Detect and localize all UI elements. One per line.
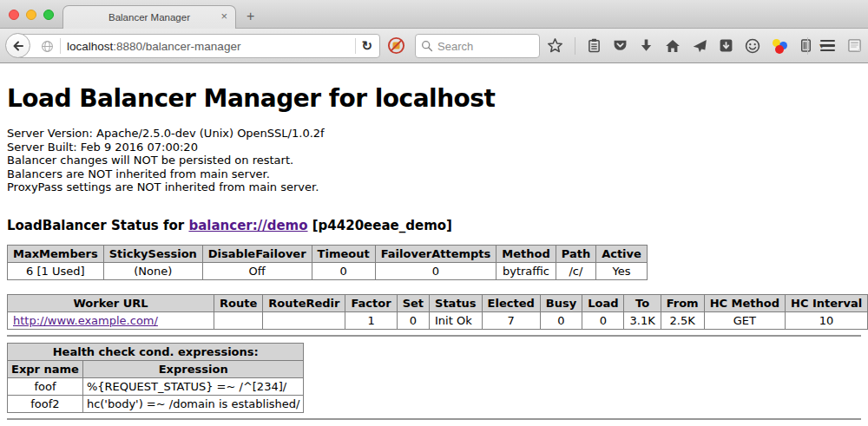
table-row: 6 [1 Used] (None) Off 0 0 bytraffic /c/ … bbox=[8, 262, 648, 279]
reload-separator bbox=[355, 38, 356, 54]
table-header-row: MaxMembers StickySession DisableFailover… bbox=[8, 245, 648, 262]
plugin-blocked-icon[interactable] bbox=[387, 36, 405, 58]
cell-path: /c/ bbox=[556, 262, 595, 279]
bookmarks-menu-icon[interactable] bbox=[587, 38, 602, 53]
cell-disablefailover: Off bbox=[202, 262, 312, 279]
cell-maxmembers: 6 [1 Used] bbox=[8, 262, 104, 279]
cell-timeout: 0 bbox=[312, 262, 375, 279]
worker-url-link[interactable]: http://www.example.com/ bbox=[13, 314, 158, 327]
toolbar-separator bbox=[807, 37, 808, 55]
health-table-title: Health check cond. expressions: bbox=[8, 343, 304, 360]
col-route: Route bbox=[214, 294, 263, 311]
section-divider bbox=[7, 335, 861, 337]
window-controls bbox=[9, 10, 54, 20]
tab-close-icon[interactable]: × bbox=[220, 10, 227, 23]
browser-tab[interactable]: Balancer Manager × bbox=[62, 5, 236, 29]
cell-hc-method: GET bbox=[704, 311, 785, 329]
table-row: foof2 hc('body') =~ /domain is establish… bbox=[8, 395, 304, 412]
tab-title: Balancer Manager bbox=[108, 12, 190, 23]
cell-hc-interval: 10 bbox=[786, 311, 868, 329]
col-stickysession: StickySession bbox=[103, 245, 202, 262]
server-built-line: Server Built: Feb 9 2016 07:00:20 bbox=[7, 141, 861, 154]
page-thumbnail-icon[interactable] bbox=[847, 38, 862, 53]
col-from: From bbox=[661, 294, 704, 311]
reload-icon[interactable]: ↻ bbox=[361, 38, 372, 54]
cell-to: 3.1K bbox=[624, 311, 661, 329]
pocket-icon[interactable] bbox=[613, 38, 628, 53]
col-expr-name: Expr name bbox=[8, 360, 83, 377]
col-hc-method: HC Method bbox=[704, 294, 785, 311]
col-load: Load bbox=[582, 294, 624, 311]
toolbar-right bbox=[807, 29, 862, 62]
cell-factor: 1 bbox=[345, 311, 397, 329]
persist-notice-line: Balancer changes will NOT be persisted o… bbox=[7, 154, 861, 167]
col-status: Status bbox=[430, 294, 483, 311]
col-maxmembers: MaxMembers bbox=[8, 245, 104, 262]
worker-table: Worker URL Route RouteRedir Factor Set S… bbox=[7, 294, 868, 330]
table-row: foof %{REQUEST_STATUS} =~ /^[234]/ bbox=[8, 377, 304, 395]
col-elected: Elected bbox=[482, 294, 540, 311]
heading-prefix: LoadBalancer Status for bbox=[7, 218, 188, 233]
smiley-feedback-icon[interactable] bbox=[745, 38, 760, 54]
cell-routeredir bbox=[263, 311, 345, 329]
navigation-toolbar: localhost:8880/balancer-manager ↻ bbox=[0, 29, 868, 63]
cell-status: Init Ok bbox=[430, 311, 483, 329]
cell-worker-url: http://www.example.com/ bbox=[8, 311, 214, 329]
cell-stickysession: (None) bbox=[103, 262, 202, 279]
col-factor: Factor bbox=[345, 294, 397, 311]
col-hc-interval: HC Interval bbox=[786, 294, 868, 311]
cell-active: Yes bbox=[596, 262, 648, 279]
proxypass-notice-line: ProxyPass settings are NOT inherited fro… bbox=[7, 180, 861, 194]
cell-from: 2.5K bbox=[661, 311, 704, 329]
inherit-notice-line: Balancers are NOT inherited from main se… bbox=[7, 167, 861, 181]
toolbar-separator bbox=[575, 37, 575, 55]
site-identity-globe-icon[interactable] bbox=[41, 40, 54, 53]
home-icon[interactable] bbox=[665, 38, 681, 54]
url-text[interactable]: localhost:8880/balancer-manager bbox=[67, 40, 355, 53]
col-failoverattempts: FailoverAttempts bbox=[375, 245, 496, 262]
url-bar[interactable]: localhost:8880/balancer-manager ↻ bbox=[17, 34, 380, 58]
balancer-demo-link[interactable]: balancer://demo bbox=[188, 218, 307, 233]
download-icon[interactable] bbox=[639, 38, 654, 53]
col-busy: Busy bbox=[540, 294, 582, 311]
save-panel-icon[interactable] bbox=[719, 38, 733, 53]
search-icon bbox=[421, 40, 433, 52]
bookmark-star-icon[interactable] bbox=[547, 37, 563, 54]
close-window-button[interactable] bbox=[9, 10, 19, 20]
col-worker-url: Worker URL bbox=[8, 294, 214, 311]
health-check-table: Health check cond. expressions: Expr nam… bbox=[7, 343, 304, 413]
col-active: Active bbox=[596, 245, 648, 262]
loadbalancer-heading: LoadBalancer Status for balancer://demo … bbox=[7, 218, 861, 233]
page-title: Load Balancer Manager for localhost bbox=[7, 84, 861, 113]
cell-expr-name: foof2 bbox=[8, 395, 83, 412]
search-bar[interactable] bbox=[415, 34, 540, 58]
back-arrow-icon bbox=[11, 39, 25, 53]
col-to: To bbox=[624, 294, 661, 311]
page-content: Load Balancer Manager for localhost Serv… bbox=[0, 84, 868, 420]
menu-hamburger-icon[interactable] bbox=[820, 40, 835, 52]
table-header-row: Expr name Expression bbox=[8, 360, 304, 377]
cell-expression: hc('body') =~ /domain is established/ bbox=[82, 395, 304, 412]
cell-failoverattempts: 0 bbox=[375, 262, 496, 279]
send-plane-icon[interactable] bbox=[692, 38, 707, 54]
window-titlebar: Balancer Manager × + bbox=[0, 0, 868, 29]
heading-suffix: [p4420eeae_demo] bbox=[308, 218, 452, 233]
new-tab-button[interactable]: + bbox=[247, 9, 254, 24]
url-domain: localhost bbox=[67, 40, 113, 53]
back-button[interactable] bbox=[5, 33, 30, 58]
url-separator bbox=[60, 38, 61, 54]
col-path: Path bbox=[556, 245, 595, 262]
zoom-window-button[interactable] bbox=[43, 10, 54, 20]
url-path: :8880/balancer-manager bbox=[113, 40, 240, 53]
toolbar-icons: ▾ bbox=[547, 29, 824, 62]
balancer-params-table: MaxMembers StickySession DisableFailover… bbox=[7, 245, 648, 280]
col-set: Set bbox=[397, 294, 429, 311]
col-timeout: Timeout bbox=[312, 245, 375, 262]
extension-dots-icon[interactable] bbox=[772, 38, 787, 54]
col-disablefailover: DisableFailover bbox=[202, 245, 312, 262]
cell-load: 0 bbox=[582, 311, 624, 329]
col-routeredir: RouteRedir bbox=[263, 294, 345, 311]
cell-busy: 0 bbox=[540, 311, 582, 329]
minimize-window-button[interactable] bbox=[26, 10, 36, 20]
search-input[interactable] bbox=[437, 40, 534, 53]
